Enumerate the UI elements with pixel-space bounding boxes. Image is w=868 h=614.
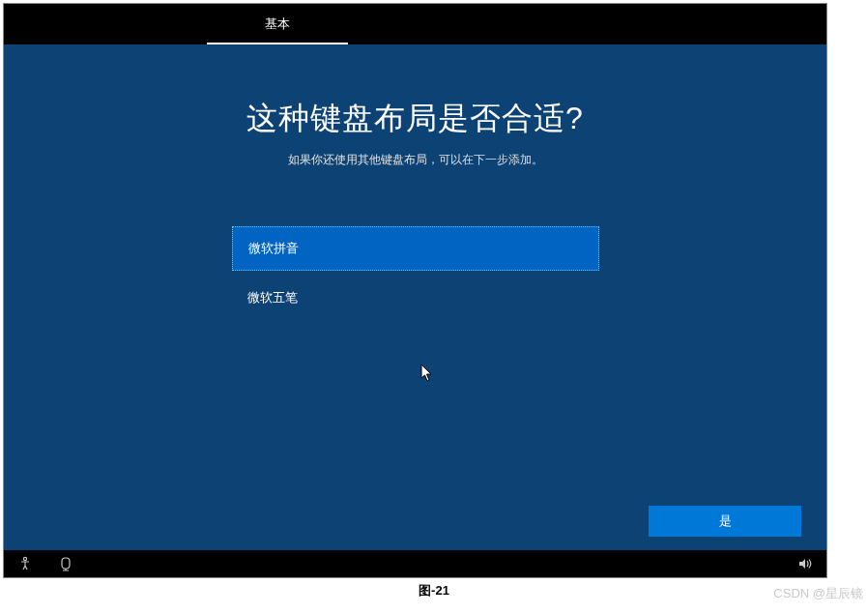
main-content: 这种键盘布局是否合适? 如果你还使用其他键盘布局，可以在下一步添加。 微软拼音 … bbox=[4, 44, 826, 319]
page-heading: 这种键盘布局是否合适? bbox=[4, 98, 826, 140]
keyboard-layout-list: 微软拼音 微软五笔 bbox=[232, 226, 599, 319]
page-subheading: 如果你还使用其他键盘布局，可以在下一步添加。 bbox=[4, 152, 826, 168]
volume-icon[interactable] bbox=[797, 556, 813, 571]
option-microsoft-pinyin[interactable]: 微软拼音 bbox=[232, 226, 599, 271]
ime-icon[interactable] bbox=[58, 556, 73, 571]
oobe-window: 基本 这种键盘布局是否合适? 如果你还使用其他键盘布局，可以在下一步添加。 微软… bbox=[3, 3, 827, 578]
watermark-text: CSDN @星辰镜 bbox=[773, 585, 863, 602]
accessibility-icon[interactable] bbox=[17, 556, 33, 571]
bottom-bar bbox=[4, 550, 826, 577]
option-microsoft-wubi[interactable]: 微软五笔 bbox=[232, 277, 599, 319]
svg-point-0 bbox=[23, 557, 26, 560]
yes-button[interactable]: 是 bbox=[649, 506, 801, 537]
mouse-cursor-icon bbox=[420, 364, 434, 387]
top-tab-bar: 基本 bbox=[4, 4, 826, 44]
tab-basic[interactable]: 基本 bbox=[207, 6, 348, 44]
svg-rect-1 bbox=[62, 558, 70, 569]
figure-caption: 图-21 bbox=[0, 582, 868, 599]
